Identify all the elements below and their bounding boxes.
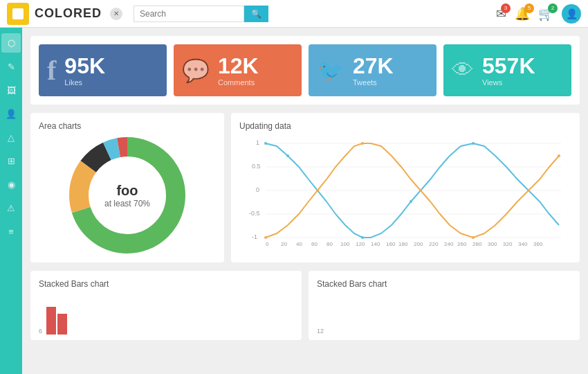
sidebar-item-user[interactable]: 👤 bbox=[1, 104, 21, 123]
sidebar-item-edit[interactable]: ✎ bbox=[1, 57, 21, 76]
sidebar-item-image[interactable]: 🖼 bbox=[1, 80, 21, 100]
svg-text:240: 240 bbox=[444, 241, 454, 247]
svg-text:-0.5: -0.5 bbox=[249, 210, 260, 217]
svg-text:60: 60 bbox=[311, 241, 318, 247]
stat-card-comments: 💬 12K Comments bbox=[174, 44, 302, 96]
stat-info-views: 557K Views bbox=[482, 55, 535, 87]
stat-info-twitter: 27K Tweets bbox=[353, 55, 394, 87]
stat-card-facebook: f 95K Likes bbox=[39, 44, 167, 96]
svg-text:0: 0 bbox=[256, 186, 259, 193]
svg-text:340: 340 bbox=[518, 241, 528, 247]
svg-text:200: 200 bbox=[414, 241, 423, 247]
sidebar-item-map[interactable]: ◉ bbox=[1, 175, 21, 194]
views-icon: 👁 bbox=[452, 57, 474, 83]
svg-text:0: 0 bbox=[266, 241, 269, 247]
stat-value-facebook: 95K bbox=[64, 55, 105, 77]
layout: ⬡ ✎ 🖼 👤 △ ⊞ ◉ ⚠ ≡ f 95K Likes 💬 12K Comm bbox=[0, 28, 588, 374]
logo bbox=[7, 3, 29, 25]
bell-badge: 5 bbox=[524, 3, 534, 13]
search-input[interactable] bbox=[134, 6, 244, 22]
svg-text:300: 300 bbox=[488, 241, 497, 247]
app-title: COLORED bbox=[35, 6, 102, 21]
stat-label-facebook: Likes bbox=[64, 78, 105, 87]
cart-icon-wrap[interactable]: 🛒 2 bbox=[538, 6, 553, 21]
sidebar-item-warning[interactable]: ⚠ bbox=[1, 198, 21, 217]
sidebar-item-share[interactable]: ⬡ bbox=[1, 33, 21, 53]
svg-text:1: 1 bbox=[256, 139, 259, 146]
svg-text:0.5: 0.5 bbox=[252, 163, 261, 170]
svg-text:260: 260 bbox=[457, 241, 467, 247]
stat-value-views: 557K bbox=[482, 55, 535, 77]
donut-svg bbox=[68, 136, 186, 254]
svg-text:100: 100 bbox=[340, 241, 350, 247]
orange-dot bbox=[316, 189, 319, 192]
svg-text:80: 80 bbox=[327, 241, 333, 247]
bar-segment-red bbox=[46, 307, 56, 335]
cart-badge: 2 bbox=[548, 3, 558, 13]
search-box: 🔍 bbox=[134, 6, 286, 22]
orange-dot bbox=[361, 142, 364, 145]
mail-badge: 3 bbox=[501, 3, 511, 13]
stat-value-comments: 12K bbox=[218, 55, 259, 77]
charts-row: Area charts foo at least 70% bbox=[30, 113, 580, 262]
teal-dot bbox=[410, 200, 412, 203]
svg-text:160: 160 bbox=[386, 241, 396, 247]
stat-cards-container: f 95K Likes 💬 12K Comments 🐦 27K Tweets bbox=[30, 36, 580, 105]
close-tab-button[interactable]: ✕ bbox=[110, 8, 122, 20]
sidebar: ⬡ ✎ 🖼 👤 △ ⊞ ◉ ⚠ ≡ bbox=[0, 28, 22, 374]
teal-dot bbox=[264, 142, 267, 145]
svg-text:20: 20 bbox=[281, 241, 287, 247]
line-chart-card: Updating data 1 0.5 0 -0.5 -1 0 2 bbox=[231, 113, 580, 262]
comments-icon: 💬 bbox=[182, 57, 210, 84]
bar-segment-red2 bbox=[57, 314, 67, 335]
area-chart-card: Area charts foo at least 70% bbox=[30, 113, 224, 262]
bottom-bar-chart-right: 12 bbox=[317, 293, 571, 335]
stat-card-twitter: 🐦 27K Tweets bbox=[309, 44, 437, 96]
bottom-card-left: Stacked Bars chart 6 bbox=[30, 271, 302, 340]
bell-icon-wrap[interactable]: 🔔 5 bbox=[515, 6, 530, 21]
bottom-card-right: Stacked Bars chart 12 bbox=[309, 271, 580, 340]
stat-label-comments: Comments bbox=[218, 78, 259, 87]
teal-dot bbox=[361, 236, 364, 239]
area-chart-title: Area charts bbox=[39, 121, 216, 131]
bottom-right-y-label: 12 bbox=[317, 328, 324, 335]
bottom-bar-chart-left: 6 bbox=[39, 293, 293, 335]
svg-text:360: 360 bbox=[533, 241, 543, 247]
sidebar-item-list[interactable]: ≡ bbox=[1, 222, 21, 241]
stat-card-views: 👁 557K Views bbox=[443, 44, 571, 96]
svg-text:40: 40 bbox=[296, 241, 302, 247]
teal-dot bbox=[472, 142, 475, 145]
sidebar-item-grid[interactable]: ⊞ bbox=[1, 151, 21, 170]
bar-group-2 bbox=[57, 314, 67, 335]
stat-label-twitter: Tweets bbox=[353, 78, 394, 87]
sidebar-item-pin[interactable]: △ bbox=[1, 127, 21, 147]
stat-value-twitter: 27K bbox=[353, 55, 394, 77]
svg-text:-1: -1 bbox=[252, 233, 257, 240]
stat-label-views: Views bbox=[482, 78, 535, 87]
search-button[interactable]: 🔍 bbox=[244, 6, 268, 22]
svg-text:220: 220 bbox=[429, 241, 439, 247]
orange-dot bbox=[472, 236, 475, 239]
stat-info-facebook: 95K Likes bbox=[64, 55, 105, 87]
facebook-icon: f bbox=[47, 54, 56, 87]
svg-text:180: 180 bbox=[398, 241, 408, 247]
svg-text:320: 320 bbox=[503, 241, 513, 247]
svg-text:140: 140 bbox=[371, 241, 380, 247]
donut-container: foo at least 70% bbox=[39, 136, 216, 254]
orange-dot bbox=[419, 189, 422, 192]
bottom-card-right-title: Stacked Bars chart bbox=[317, 279, 571, 289]
bottom-row: Stacked Bars chart 6 Stacked Bars chart … bbox=[30, 271, 580, 340]
nav-right: ✉ 3 🔔 5 🛒 2 👤 bbox=[496, 4, 581, 24]
mail-icon-wrap[interactable]: ✉ 3 bbox=[496, 6, 506, 21]
twitter-icon: 🐦 bbox=[317, 57, 344, 84]
topnav: COLORED ✕ 🔍 ✉ 3 🔔 5 🛒 2 👤 bbox=[0, 0, 588, 28]
svg-text:280: 280 bbox=[472, 241, 482, 247]
stat-info-comments: 12K Comments bbox=[218, 55, 259, 87]
teal-dot bbox=[286, 154, 289, 157]
user-avatar[interactable]: 👤 bbox=[562, 4, 581, 24]
bottom-card-left-title: Stacked Bars chart bbox=[39, 279, 293, 289]
logo-inner bbox=[12, 8, 24, 19]
main-content: f 95K Likes 💬 12K Comments 🐦 27K Tweets bbox=[22, 28, 588, 374]
orange-dot bbox=[558, 154, 560, 157]
svg-text:120: 120 bbox=[356, 241, 365, 247]
